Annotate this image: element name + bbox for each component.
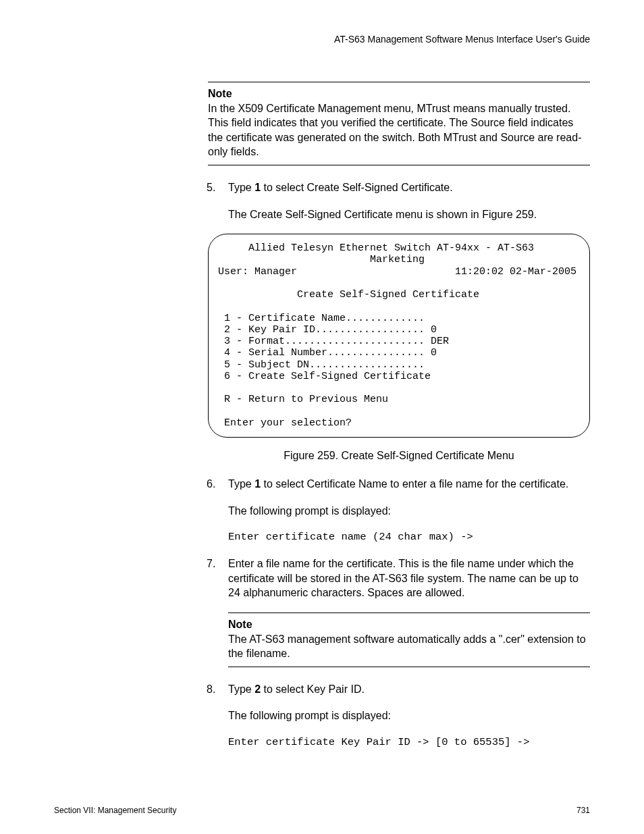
page: AT-S63 Management Software Menus Interfa… (0, 0, 644, 834)
step-number: 6. (207, 477, 215, 492)
text: Type (228, 683, 254, 695)
term-line: 2 - Key Pair ID.................. 0 (218, 324, 437, 336)
step-7: 7. Enter a file name for the certificate… (208, 556, 590, 600)
terminal-wrap: Allied Telesyn Ethernet Switch AT-94xx -… (208, 234, 590, 438)
term-line: 3 - Format....................... DER (218, 336, 449, 347)
bold-key: 1 (254, 182, 261, 193)
bold-key: 1 (254, 478, 261, 490)
term-line: 6 - Create Self-Signed Certificate (218, 371, 431, 382)
content-area-2: Figure 259. Create Self-Signed Certifica… (208, 450, 590, 750)
footer-section: Section VII: Management Security (54, 806, 176, 815)
step-body: Type 2 to select Key Pair ID. The follow… (228, 682, 590, 750)
step-6: 6. Type 1 to select Certificate Name to … (208, 477, 590, 544)
text: to select Create Self-Signed Certificate… (261, 182, 453, 193)
text: to select Key Pair ID. (261, 683, 365, 695)
followup-text: The following prompt is displayed: (228, 504, 590, 519)
term-line: Create Self-Signed Certificate (218, 289, 479, 301)
step-number: 7. (207, 556, 215, 571)
figure-caption: Figure 259. Create Self-Signed Certifica… (208, 450, 590, 462)
note-block-2: Note The AT-S63 management software auto… (228, 613, 590, 667)
prompt-mono: Enter certificate Key Pair ID -> [0 to 6… (228, 735, 590, 750)
term-line: Marketing (218, 254, 425, 265)
step-8: 8. Type 2 to select Key Pair ID. The fol… (208, 682, 590, 750)
term-line: User: Manager 11:20:02 02-Mar-2005 (218, 266, 576, 278)
term-line: R - Return to Previous Menu (218, 394, 388, 405)
note-body: The AT-S63 management software automatic… (228, 633, 586, 660)
followup-text: The Create Self-Signed Certificate menu … (228, 207, 590, 222)
terminal-frame: Allied Telesyn Ethernet Switch AT-94xx -… (208, 234, 590, 438)
prompt-mono: Enter certificate name (24 char max) -> (228, 530, 590, 544)
bold-key: 2 (254, 683, 261, 695)
text: Type (228, 478, 254, 490)
step-5: 5. Type 1 to select Create Self-Signed C… (208, 180, 590, 221)
header-guide-title: AT-S63 Management Software Menus Interfa… (54, 34, 590, 45)
note-body: In the X509 Certificate Management menu,… (208, 103, 581, 158)
note-block-1: Note In the X509 Certificate Management … (208, 82, 590, 165)
term-line: 4 - Serial Number................ 0 (218, 347, 437, 359)
step-body: Type 1 to select Certificate Name to ent… (228, 477, 590, 544)
footer: Section VII: Management Security 731 (54, 806, 590, 815)
term-line: 5 - Subject DN................... (218, 359, 425, 371)
step-body: Type 1 to select Create Self-Signed Cert… (228, 180, 590, 221)
content-area: Note In the X509 Certificate Management … (208, 82, 590, 221)
step-number: 5. (207, 180, 215, 195)
note-title: Note (228, 619, 252, 630)
step-number: 8. (207, 682, 215, 697)
term-line: Allied Telesyn Ethernet Switch AT-94xx -… (218, 242, 534, 254)
followup-text: The following prompt is displayed: (228, 708, 590, 723)
text: Type (228, 182, 254, 193)
term-line: 1 - Certificate Name............. (218, 313, 425, 324)
note-title: Note (208, 88, 232, 99)
footer-page-number: 731 (576, 806, 590, 815)
term-line: Enter your selection? (218, 417, 352, 429)
text: to select Certificate Name to enter a fi… (261, 478, 568, 490)
step-body: Enter a file name for the certificate. T… (228, 556, 590, 600)
